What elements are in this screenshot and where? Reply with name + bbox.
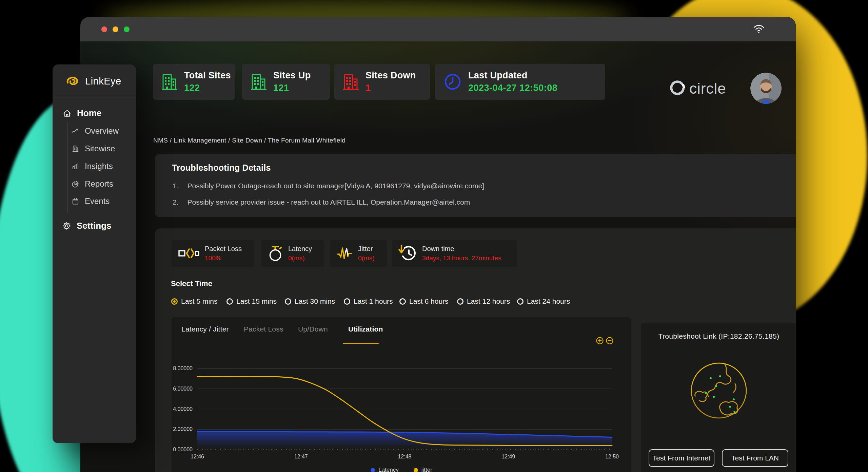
- stat-card-sites-up: Sites Up 121: [242, 64, 330, 100]
- metric-label: Down time: [422, 245, 501, 253]
- metric-value: 100%: [205, 254, 242, 262]
- chart-legend: Latency jitter: [172, 467, 631, 472]
- close-window-button[interactable]: [101, 26, 107, 32]
- bar-chart-icon: [72, 163, 79, 170]
- sidebar-item-home[interactable]: Home: [63, 108, 101, 118]
- stat-label: Last Updated: [468, 70, 557, 81]
- select-time-label: Select Time: [171, 279, 212, 288]
- minimize-window-button[interactable]: [113, 26, 118, 32]
- waveform-icon: [337, 246, 353, 261]
- test-from-internet-button[interactable]: Test From Internet: [649, 449, 714, 467]
- window-titlebar: [80, 17, 796, 41]
- radio-circle[interactable]: [457, 298, 463, 305]
- tab-up-down[interactable]: Up/Down: [298, 325, 328, 333]
- sidebar: LinkEye Home Overview Sitewise: [53, 64, 136, 443]
- radio-last-15-mins[interactable]: Last 15 mins: [226, 297, 277, 305]
- downtime-clock-icon: [398, 245, 417, 262]
- radio-circle[interactable]: [399, 298, 406, 305]
- sidebar-item-overview[interactable]: Overview: [72, 126, 119, 136]
- main-content: Total Sites 122: [80, 41, 796, 472]
- stat-card-total-sites: Total Sites 122: [153, 64, 235, 100]
- radio-last-30-mins[interactable]: Last 30 mins: [285, 297, 335, 305]
- wifi-icon: [753, 24, 765, 34]
- stat-card-last-updated: Last Updated 2023-04-27 12:50:08: [435, 64, 605, 100]
- svg-text:12:46: 12:46: [191, 454, 204, 459]
- test-from-lan-button[interactable]: Test From LAN: [722, 449, 788, 467]
- troubleshooting-title: Troubleshooting Details: [172, 163, 271, 173]
- radio-circle[interactable]: [171, 298, 178, 305]
- desktop-background: Total Sites 122: [0, 0, 868, 472]
- svg-text:8.00000: 8.00000: [173, 365, 193, 371]
- user-avatar[interactable]: [750, 73, 782, 104]
- zoom-in-icon[interactable]: [595, 336, 604, 345]
- globe-icon: [688, 359, 750, 422]
- zoom-out-icon[interactable]: [605, 336, 614, 345]
- brand-name: LinkEye: [85, 76, 121, 87]
- utilization-line-chart: 0.000002.000004.000006.000008.0000012:46…: [172, 351, 631, 466]
- radio-circle[interactable]: [226, 298, 233, 305]
- sidebar-item-insights[interactable]: Insights: [72, 162, 113, 171]
- svg-text:12:48: 12:48: [398, 454, 411, 459]
- svg-text:12:50: 12:50: [605, 454, 619, 459]
- svg-text:2.00000: 2.00000: [173, 426, 193, 432]
- stat-label: Sites Up: [273, 70, 311, 81]
- trend-icon: [72, 127, 79, 135]
- radio-circle[interactable]: [517, 298, 524, 305]
- metric-label: Latency: [288, 245, 312, 253]
- radio-last-1-hours[interactable]: Last 1 hours: [344, 297, 393, 305]
- stat-value: 122: [184, 83, 231, 93]
- radio-last-12-hours[interactable]: Last 12 hours: [457, 297, 510, 305]
- stat-label: Total Sites: [184, 70, 231, 81]
- circle-logo-text: circle: [689, 80, 726, 97]
- stat-value: 1: [366, 83, 416, 93]
- radio-last-6-hours[interactable]: Last 6 hours: [399, 297, 449, 305]
- tab-packet-loss[interactable]: Packet Loss: [244, 325, 283, 333]
- sidebar-item-events[interactable]: Events: [72, 196, 110, 206]
- sidebar-tree-line: [67, 122, 67, 213]
- troubleshooting-item: 1. Possibly Power Outage-reach out to si…: [173, 182, 484, 190]
- radio-circle[interactable]: [285, 298, 291, 305]
- sidebar-item-reports[interactable]: Reports: [72, 179, 113, 189]
- jitter-legend-dot: [414, 468, 418, 472]
- metric-value: 0(ms): [358, 254, 375, 262]
- app-window: Total Sites 122: [80, 17, 796, 472]
- legend-jitter: jitter: [414, 467, 432, 472]
- svg-text:0.00000: 0.00000: [173, 447, 193, 452]
- sidebar-item-sitewise[interactable]: Sitewise: [72, 144, 115, 153]
- breadcrumb[interactable]: NMS / Link Management / Site Down / The …: [153, 137, 346, 144]
- sidebar-divider: [53, 97, 136, 97]
- radio-last-5-mins[interactable]: Last 5 mins: [171, 297, 217, 305]
- sidebar-item-settings[interactable]: Settings: [62, 221, 112, 231]
- active-tab-underline: [343, 343, 379, 344]
- link-detail-panel: Packet Loss 100% Latency 0(ms): [155, 228, 796, 472]
- stat-card-sites-down: Sites Down 1: [334, 64, 430, 100]
- tab-utilization[interactable]: Utilization: [348, 325, 383, 333]
- building-icon: [72, 145, 79, 153]
- metric-jitter: Jitter 0(ms): [330, 240, 387, 267]
- stat-value: 2023-04-27 12:50:08: [468, 83, 557, 93]
- troubleshooting-details-card: Troubleshooting Details 1. Possibly Powe…: [155, 154, 796, 217]
- svg-text:12:47: 12:47: [294, 454, 308, 459]
- pie-chart-icon: [72, 180, 79, 188]
- chart-card: Latency / Jitter Packet Loss Up/Down Uti…: [172, 317, 631, 472]
- building-icon: [251, 73, 267, 91]
- maximize-window-button[interactable]: [124, 26, 130, 32]
- stat-label: Sites Down: [366, 70, 416, 81]
- circle-logo-icon: [670, 80, 686, 97]
- troubleshoot-link-panel: Troubleshoot Link (IP:182.26.75.185): [641, 323, 796, 472]
- linkeye-logo: LinkEye: [65, 75, 121, 87]
- svg-text:6.00000: 6.00000: [173, 386, 193, 392]
- troubleshooting-item: 2. Possibly service provider issue - rea…: [173, 198, 470, 206]
- svg-text:4.00000: 4.00000: [173, 406, 193, 412]
- metric-label: Jitter: [358, 245, 375, 253]
- legend-latency: Latency: [371, 467, 399, 472]
- metric-value: 3days, 13 hours, 27minutes: [422, 254, 501, 262]
- troubleshoot-link-title: Troubleshoot Link (IP:182.26.75.185): [641, 332, 796, 340]
- metric-packet-loss: Packet Loss 100%: [172, 240, 254, 267]
- radio-last-24-hours[interactable]: Last 24 hours: [517, 297, 570, 305]
- packet-loss-icon: [178, 246, 199, 261]
- stopwatch-icon: [268, 245, 283, 262]
- tab-latency-jitter[interactable]: Latency / Jitter: [181, 325, 229, 333]
- radio-circle[interactable]: [344, 298, 350, 305]
- home-icon: [63, 109, 72, 118]
